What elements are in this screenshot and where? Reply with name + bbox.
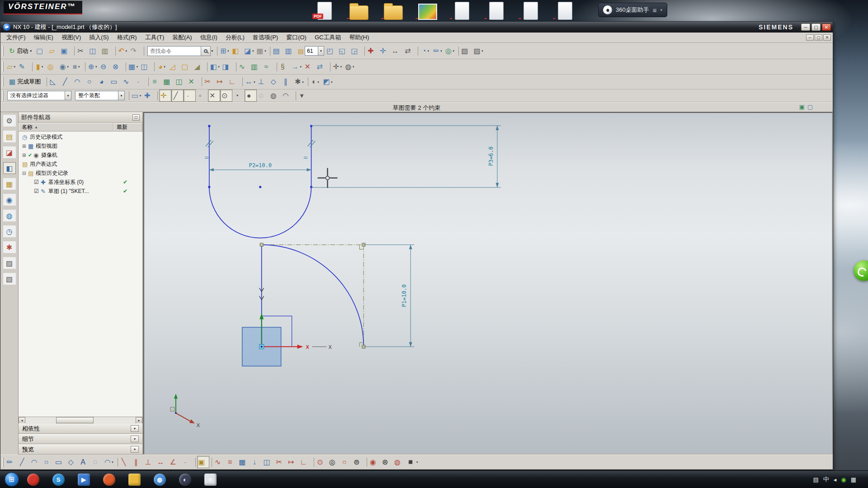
- copy-button[interactable]: ◫: [88, 45, 100, 57]
- desktop-icon-image-file[interactable]: [417, 1, 438, 20]
- separator[interactable]: [193, 456, 197, 468]
- datum-display-button[interactable]: ✚: [366, 45, 378, 57]
- toolbar-grip[interactable]: [2, 91, 4, 101]
- maximize-button[interactable]: ▢: [811, 23, 821, 31]
- snap-quadrant-button[interactable]: ◔: [232, 89, 245, 102]
- sk-circle-concentric-button[interactable]: ⊚: [352, 456, 364, 468]
- tree-datum-csys[interactable]: ☑ ✚ 基准坐标系 (0) ✔: [19, 178, 142, 187]
- tree-model-history[interactable]: ⊟ ▤ 模型历史记录: [19, 169, 142, 178]
- menu-tools[interactable]: 工具(T): [141, 33, 169, 42]
- wcs-display-button[interactable]: ✛: [378, 45, 391, 57]
- separator[interactable]: [199, 76, 203, 88]
- render-style-button[interactable]: ▦ ▾: [255, 45, 268, 57]
- sk-spline-button[interactable]: ∿: [213, 456, 226, 468]
- offset-surface-button[interactable]: ∿: [238, 61, 250, 73]
- unite-button[interactable]: ⊕ ▾: [87, 61, 99, 73]
- desktop-icon-folder-1[interactable]: [349, 1, 369, 20]
- tray-icon-network[interactable]: ▦: [851, 476, 856, 483]
- taskbar-app-media-player[interactable]: ▶: [76, 472, 91, 487]
- arc-button[interactable]: ◠: [73, 76, 85, 88]
- sk-dim-angle-button[interactable]: ∠: [169, 456, 181, 468]
- thicken-button[interactable]: ▥: [250, 61, 262, 73]
- process-studio-button[interactable]: ✱: [3, 241, 16, 253]
- separator[interactable]: [146, 76, 150, 88]
- sk-circle-inscribed-button[interactable]: ⊛: [381, 456, 393, 468]
- revolve-button[interactable]: ◎: [46, 61, 58, 73]
- customize-button[interactable]: ▨ ▾: [472, 45, 485, 57]
- sk-offset-button[interactable]: ≡: [226, 456, 238, 468]
- quick-dimension-button[interactable]: ↔ ▾: [244, 76, 257, 88]
- tree-cameras[interactable]: ⊞ ✔ ◉ 摄像机: [19, 150, 142, 160]
- taskbar-app-eclipse[interactable]: ◐: [177, 472, 193, 487]
- sk-line-button[interactable]: ╱: [18, 456, 30, 468]
- panel-preview[interactable]: 预览 ▾: [19, 444, 142, 455]
- start-app-button[interactable]: ↻ 启动 ▾: [5, 45, 35, 57]
- child-restore-button[interactable]: ▢: [815, 34, 822, 41]
- separator[interactable]: [311, 456, 316, 468]
- sketch-endpoint[interactable]: [310, 125, 312, 127]
- sk-derived-line-button[interactable]: ╲: [119, 456, 132, 468]
- search-icon[interactable]: [201, 46, 211, 56]
- quick-trim-button[interactable]: ✂: [203, 76, 216, 88]
- taskbar-app-web-browser[interactable]: ◍: [152, 472, 167, 487]
- intersection-point-button[interactable]: ✕: [187, 76, 199, 88]
- separator[interactable]: [293, 89, 297, 102]
- redo-button[interactable]: ↷: [129, 45, 142, 57]
- desktop-icon-file-3[interactable]: [520, 1, 541, 20]
- snap-control-point-button[interactable]: ◦: [196, 89, 208, 102]
- separator[interactable]: [362, 45, 366, 57]
- history-palette-button[interactable]: ◷: [3, 225, 16, 237]
- show-hide-button[interactable]: ◐ ▾: [310, 76, 322, 88]
- minimize-button[interactable]: ─: [801, 23, 810, 31]
- sk-perpendicular-button[interactable]: ⊥: [144, 456, 156, 468]
- snapshot-button[interactable]: ◔ ▾: [420, 45, 432, 57]
- set-symmetric-button[interactable]: ◇: [269, 76, 281, 88]
- snap-midpoint-button[interactable]: ∙: [184, 89, 196, 102]
- chevron-down-icon[interactable]: ▾: [65, 91, 71, 100]
- menu-view[interactable]: 视图(V): [57, 33, 85, 42]
- separator[interactable]: [44, 76, 48, 88]
- sk-conic-button[interactable]: ◠ ▾: [103, 456, 115, 468]
- toolbar-grip[interactable]: [2, 77, 4, 87]
- sk-circle-center-radius-button[interactable]: ⊙: [316, 456, 328, 468]
- navigator-horizontal-scrollbar[interactable]: ◂ ▸: [19, 417, 142, 423]
- selection-scope-dropdown[interactable]: 整个装配 ▾: [75, 91, 125, 100]
- finish-sketch-button[interactable]: ▦ 完成草图: [5, 76, 44, 88]
- tool-palette-button[interactable]: ▧: [460, 45, 472, 57]
- sk-polygon-button[interactable]: ◇: [66, 456, 79, 468]
- separator[interactable]: [415, 45, 420, 57]
- chevron-down-icon[interactable]: ▾: [118, 91, 125, 100]
- view-layout-button[interactable]: ◱: [338, 45, 350, 57]
- chevron-down-icon[interactable]: ▾: [318, 46, 324, 56]
- tree-expander-icon[interactable]: ⊞: [22, 153, 28, 158]
- snap-point-on-face-button[interactable]: ◍: [269, 89, 281, 102]
- scrollbar-thumb[interactable]: [56, 417, 94, 423]
- column-header-latest[interactable]: 最新: [113, 123, 142, 131]
- taskbar-app-notepad[interactable]: ≡: [203, 472, 218, 487]
- tray-icon-language[interactable]: 中: [823, 475, 829, 483]
- profile-button[interactable]: ◺: [48, 76, 61, 88]
- snap-arc-center-button[interactable]: ⊙: [220, 89, 232, 102]
- tree-expander-icon[interactable]: ⊞: [22, 144, 28, 149]
- constraint-navigator-button[interactable]: ◪: [3, 146, 16, 158]
- menu-gc-toolbox[interactable]: GC工具箱: [311, 33, 345, 42]
- arc-center-point[interactable]: [259, 186, 261, 188]
- prompt-status-icon-a[interactable]: ▣: [799, 103, 804, 110]
- desktop-icon-pdf-file[interactable]: PDF: [314, 1, 335, 20]
- reuse-library-button[interactable]: ▦: [3, 178, 16, 190]
- separator[interactable]: [205, 61, 209, 73]
- measure-button[interactable]: ✛ ▾: [332, 61, 344, 73]
- delete-face-button[interactable]: ✕: [303, 61, 316, 73]
- separator[interactable]: [456, 45, 460, 57]
- tray-icon-apps[interactable]: ▤: [813, 476, 819, 483]
- menu-edit[interactable]: 编辑(E): [30, 33, 57, 42]
- menu-analysis[interactable]: 分析(L): [222, 33, 249, 42]
- cut-button[interactable]: ✂: [76, 45, 88, 57]
- sk-circle-button[interactable]: ○: [42, 456, 54, 468]
- sk-text-button[interactable]: A: [79, 456, 91, 468]
- window-button[interactable]: ⊞ ▾: [219, 45, 231, 57]
- point-button[interactable]: ∙: [134, 76, 146, 88]
- sk-trim-button[interactable]: ✂: [275, 456, 287, 468]
- more-commands-button[interactable]: ◍ ▾: [344, 61, 356, 73]
- tray-icon-safety[interactable]: ◉: [841, 476, 846, 483]
